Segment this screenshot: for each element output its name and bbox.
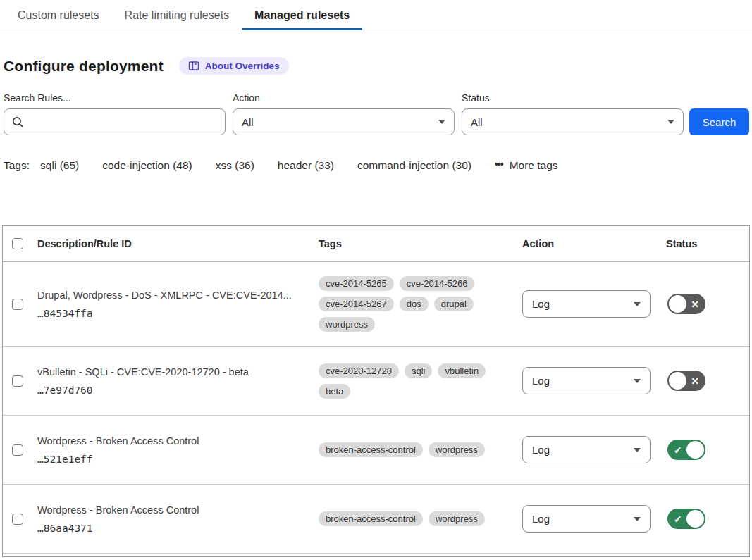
chevron-down-icon xyxy=(634,448,641,452)
action-select-value: Log xyxy=(532,375,550,387)
row-checkbox[interactable] xyxy=(12,375,23,387)
tag-filter-link[interactable]: sqli (65) xyxy=(40,159,79,172)
tag-filter-link[interactable]: command-injection (30) xyxy=(357,159,471,172)
action-filter-select[interactable]: All xyxy=(233,108,455,135)
rule-title: Wordpress - Broken Access Control xyxy=(37,435,305,448)
table-row: Wordpress - Broken Access Control …86aa4… xyxy=(3,485,749,554)
action-select[interactable]: Log xyxy=(522,290,651,318)
filter-bar: Search Rules... Action All Status All Se… xyxy=(4,92,749,135)
rule-tags: cve-2020-12720sqlivbulletinbeta xyxy=(316,363,522,399)
tag-pill: broken-access-control xyxy=(319,511,423,526)
x-icon: ✕ xyxy=(691,299,699,309)
search-rules-label: Search Rules... xyxy=(4,92,226,104)
rule-title: vBulletin - SQLi - CVE:CVE-2020-12720 - … xyxy=(37,366,305,379)
tab-managed-rulesets[interactable]: Managed rulesets xyxy=(242,0,362,30)
x-icon: ✕ xyxy=(691,376,699,386)
rule-id: …86aa4371 xyxy=(37,523,305,534)
rules-table: Description/Rule ID Tags Action Status D… xyxy=(2,225,750,557)
tag-pill: wordpress xyxy=(429,511,485,526)
status-toggle[interactable]: ✓ xyxy=(667,509,705,529)
rule-tags: broken-access-controlwordpress xyxy=(316,511,522,526)
tag-filter-link[interactable]: header (33) xyxy=(278,159,334,172)
search-rules-group: Search Rules... xyxy=(4,92,226,135)
tab-rate-limiting-rulesets[interactable]: Rate limiting rulesets xyxy=(112,0,242,30)
rule-id: …84534ffa xyxy=(37,308,305,319)
action-select-value: Log xyxy=(532,444,550,456)
table-row: vBulletin - SQLi - CVE:CVE-2020-12720 - … xyxy=(3,347,749,416)
status-filter-label: Status xyxy=(462,92,684,104)
search-button[interactable]: Search xyxy=(689,108,749,135)
row-checkbox[interactable] xyxy=(12,299,23,310)
column-header-description: Description/Rule ID xyxy=(37,238,316,249)
toggle-knob xyxy=(669,295,686,313)
table-row: Wordpress - Broken Access Control …521e1… xyxy=(3,416,749,485)
rule-title: Wordpress - Broken Access Control xyxy=(37,504,305,517)
action-select[interactable]: Log xyxy=(522,436,651,463)
toggle-knob xyxy=(669,372,686,390)
search-rules-input[interactable] xyxy=(30,116,216,129)
tag-pill: cve-2020-12720 xyxy=(319,363,399,378)
check-icon: ✓ xyxy=(674,514,682,524)
column-header-tags: Tags xyxy=(316,238,522,249)
heading-row: Configure deployment About Overrides xyxy=(4,57,752,75)
tag-pill: drupal xyxy=(434,297,474,311)
status-toggle[interactable]: ✕ xyxy=(667,371,705,391)
row-checkbox[interactable] xyxy=(12,444,23,456)
status-toggle[interactable]: ✕ xyxy=(667,294,705,314)
check-icon: ✓ xyxy=(674,445,682,455)
status-toggle[interactable]: ✓ xyxy=(667,440,705,460)
tag-filter-link[interactable]: code-injection (48) xyxy=(102,159,192,172)
tags-bar-list: sqli (65)code-injection (48)xss (36)head… xyxy=(40,159,495,172)
status-filter-select[interactable]: All xyxy=(462,108,684,135)
tag-pill: broken-access-control xyxy=(319,442,423,457)
ellipsis-icon: ••• xyxy=(495,158,503,170)
tab-bar: Custom rulesets Rate limiting rulesets M… xyxy=(0,0,752,30)
action-filter-group: Action All xyxy=(233,92,455,135)
tag-pill: dos xyxy=(400,297,429,311)
tag-filter-link[interactable]: xss (36) xyxy=(216,159,254,172)
action-select-value: Log xyxy=(532,298,550,310)
tag-pill: beta xyxy=(319,384,350,399)
select-all-checkbox[interactable] xyxy=(12,238,23,249)
action-select-value: Log xyxy=(532,513,550,525)
chevron-down-icon xyxy=(634,517,641,521)
tag-pill: cve-2014-5267 xyxy=(319,297,394,311)
status-filter-group: Status All xyxy=(462,92,684,135)
action-select[interactable]: Log xyxy=(522,505,651,533)
column-header-status: Status xyxy=(663,238,749,249)
row-checkbox[interactable] xyxy=(12,514,23,525)
table-header-row: Description/Rule ID Tags Action Status xyxy=(3,226,749,262)
action-filter-label: Action xyxy=(233,92,455,104)
column-header-action: Action xyxy=(522,238,663,249)
tag-pill: cve-2014-5266 xyxy=(400,276,475,291)
tab-custom-rulesets[interactable]: Custom rulesets xyxy=(5,0,112,30)
book-icon xyxy=(188,61,199,71)
about-overrides-label: About Overrides xyxy=(205,61,280,71)
chevron-down-icon xyxy=(438,120,445,124)
search-rules-input-box[interactable] xyxy=(4,108,226,135)
rule-tags: cve-2014-5265cve-2014-5266cve-2014-5267d… xyxy=(316,276,522,332)
more-tags-label: More tags xyxy=(510,159,558,172)
tag-pill: wordpress xyxy=(319,317,375,332)
rule-tags: broken-access-controlwordpress xyxy=(316,442,522,457)
status-filter-value: All xyxy=(471,116,483,128)
action-select[interactable]: Log xyxy=(522,367,651,394)
toggle-knob xyxy=(686,441,704,459)
search-icon xyxy=(11,116,24,128)
page-title: Configure deployment xyxy=(4,58,164,75)
rule-title: Drupal, Wordpress - DoS - XMLRPC - CVE:C… xyxy=(37,289,305,302)
chevron-down-icon xyxy=(634,302,641,306)
about-overrides-badge[interactable]: About Overrides xyxy=(179,57,289,75)
more-tags-button[interactable]: ••• More tags xyxy=(495,159,558,172)
chevron-down-icon xyxy=(667,120,674,124)
rule-id: …7e97d760 xyxy=(37,385,305,396)
next-row-sliver xyxy=(3,554,749,556)
tag-pill: vbulletin xyxy=(438,363,486,378)
tag-pill: wordpress xyxy=(429,442,485,457)
tag-pill: cve-2014-5265 xyxy=(319,276,394,291)
table-row: Drupal, Wordpress - DoS - XMLRPC - CVE:C… xyxy=(3,262,749,347)
chevron-down-icon xyxy=(634,379,641,383)
table-body: Drupal, Wordpress - DoS - XMLRPC - CVE:C… xyxy=(3,262,749,554)
action-filter-value: All xyxy=(242,116,254,128)
rule-id: …521e1eff xyxy=(37,454,305,465)
